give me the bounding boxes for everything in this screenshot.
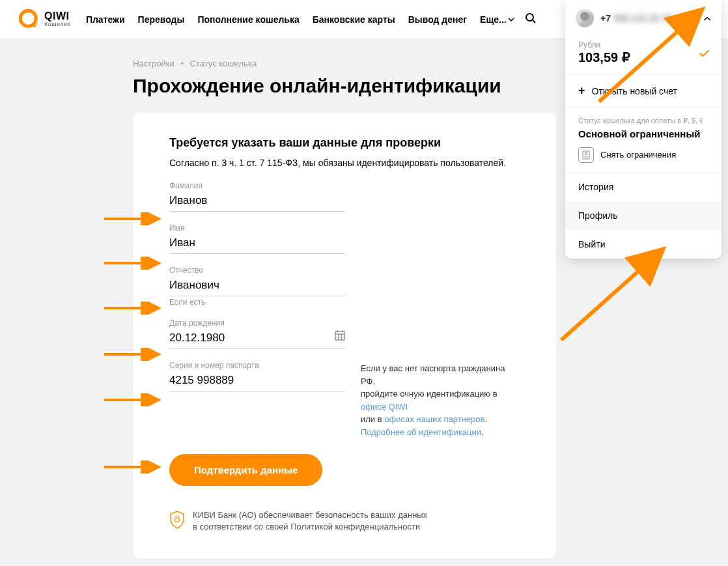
footer-line2: в соответствии со своей Политикой конфид… bbox=[193, 521, 427, 533]
passport-input[interactable] bbox=[169, 371, 345, 391]
svg-rect-12 bbox=[175, 518, 180, 522]
nav-cards[interactable]: Банковские карты bbox=[313, 14, 395, 25]
svg-rect-5 bbox=[335, 332, 344, 340]
svg-point-14 bbox=[585, 152, 587, 154]
middlename-hint: Если есть bbox=[169, 298, 345, 307]
svg-point-0 bbox=[20, 10, 36, 26]
dob-label: Дата рождения bbox=[169, 318, 345, 328]
svg-point-3 bbox=[526, 14, 533, 21]
qiwi-logo-icon bbox=[18, 8, 40, 31]
search-icon bbox=[525, 12, 537, 24]
middlename-input[interactable] bbox=[169, 276, 345, 296]
dob-input[interactable] bbox=[169, 329, 345, 349]
annotation-arrow bbox=[103, 348, 163, 361]
annotation-arrow-diag bbox=[553, 242, 671, 347]
breadcrumb-settings[interactable]: Настройки bbox=[133, 59, 175, 68]
nav-topup[interactable]: Пополнение кошелька bbox=[197, 14, 299, 25]
shield-icon bbox=[169, 511, 185, 532]
annotation-arrow bbox=[103, 257, 163, 270]
middlename-label: Отчество bbox=[169, 266, 345, 275]
firstname-input[interactable] bbox=[169, 234, 345, 254]
nav-withdraw[interactable]: Вывод денег bbox=[408, 14, 467, 25]
annotation-arrow bbox=[103, 460, 163, 474]
annotation-arrow bbox=[103, 393, 163, 406]
lastname-label: Фамилия bbox=[169, 181, 345, 190]
remove-restrictions[interactable]: Снять ограничения bbox=[578, 147, 708, 163]
passport-label: Серия и номер паспорта bbox=[169, 361, 345, 370]
calendar-icon[interactable] bbox=[335, 330, 345, 343]
svg-line-23 bbox=[561, 254, 658, 340]
search-button[interactable] bbox=[525, 12, 537, 27]
logo-brand: QIWI bbox=[44, 11, 70, 21]
law-text: Согласно п. 3 ч. 1 ст. 7 115-ФЗ, мы обяз… bbox=[169, 158, 520, 168]
passport-note: Если у вас нет паспорта гражданина РФ, п… bbox=[361, 361, 520, 438]
annotation-arrow bbox=[103, 302, 163, 315]
plus-icon: + bbox=[578, 84, 585, 98]
firstname-label: Имя bbox=[169, 223, 345, 233]
passport-icon bbox=[578, 147, 594, 163]
lastname-input[interactable] bbox=[169, 191, 345, 212]
menu-profile[interactable]: Профиль bbox=[565, 201, 721, 230]
more-about-id-link[interactable]: Подробнее об идентификации bbox=[361, 427, 481, 437]
svg-point-2 bbox=[36, 23, 38, 24]
office-qiwi-link[interactable]: офисе QIWI bbox=[361, 402, 408, 412]
wallet-status-value: Основной ограниченный bbox=[578, 128, 708, 141]
identification-card: Требуется указать ваши данные для провер… bbox=[133, 113, 556, 559]
submit-button[interactable]: Подтвердить данные bbox=[169, 454, 322, 486]
breadcrumb-status[interactable]: Статус кошелька bbox=[190, 59, 257, 68]
card-heading: Требуется указать ваши данные для провер… bbox=[169, 136, 520, 150]
annotation-arrow-diag bbox=[586, 4, 710, 108]
menu-history[interactable]: История bbox=[565, 173, 721, 201]
nav-transfers[interactable]: Переводы bbox=[138, 14, 185, 25]
page-title: Прохождение онлайн-идентификации bbox=[133, 75, 556, 97]
svg-point-1 bbox=[34, 25, 36, 27]
svg-line-4 bbox=[533, 20, 535, 23]
logo[interactable]: QIWI Кошелек bbox=[18, 8, 70, 31]
logo-sub: Кошелек bbox=[44, 21, 70, 27]
partner-offices-link[interactable]: офисах наших партнеров bbox=[384, 414, 484, 424]
svg-line-22 bbox=[599, 14, 697, 102]
footer-line1: КИВИ Банк (АО) обеспечивает безопасность… bbox=[193, 509, 427, 521]
chevron-down-icon bbox=[508, 18, 514, 21]
nav-more[interactable]: Еще... bbox=[480, 14, 514, 25]
wallet-status-label: Статус кошелька для оплаты в ₽, $, € bbox=[578, 117, 708, 125]
breadcrumb: Настройки • Статус кошелька bbox=[133, 59, 556, 68]
annotation-arrow bbox=[103, 212, 163, 225]
nav-payments[interactable]: Платежи bbox=[86, 14, 125, 25]
